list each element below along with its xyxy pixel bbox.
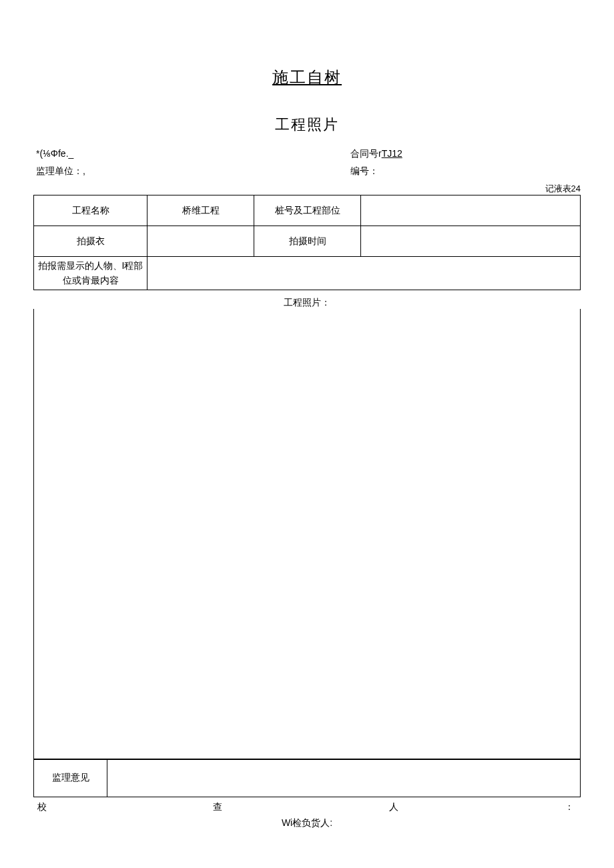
cell-pile-label: 桩号及工程部位 — [254, 195, 361, 226]
photo-box — [33, 309, 581, 759]
table-row: 拍摄衣 拍摄时间 — [34, 226, 581, 257]
cell-shoot-label: 拍摄衣 — [34, 226, 147, 257]
footer-center: Wi检负货人: — [33, 817, 581, 829]
meta-right-1: 合同号rTJ12 — [350, 148, 578, 160]
footer-d: ： — [565, 801, 574, 813]
opinion-label: 监理意见 — [34, 759, 107, 797]
footer-line: 校 查 人 ： — [33, 801, 581, 813]
meta-row-1: *(⅛Φfe._ 合同号rTJ12 — [33, 148, 581, 160]
meta-right-2: 编号： — [350, 165, 578, 177]
table-row: 监理意见 — [34, 759, 581, 797]
contract-value: TJ12 — [382, 148, 402, 159]
table-row: 拍报需显示的人物、I程部位或肯最内容 — [34, 257, 581, 290]
cell-project-name-value: 桥维工程 — [147, 195, 254, 226]
cell-time-label: 拍摄时间 — [254, 226, 361, 257]
footer-b: 查 — [213, 801, 222, 813]
cell-shoot-value — [147, 226, 254, 257]
cell-time-value — [361, 226, 581, 257]
opinion-table: 监理意见 — [33, 759, 581, 797]
meta-left-1: *(⅛Φfe._ — [36, 148, 350, 160]
meta-row-2: 监理单位：, 编号： — [33, 165, 581, 177]
footer-c: 人 — [389, 801, 398, 813]
opinion-value — [107, 759, 581, 797]
cell-content-value — [147, 257, 581, 290]
main-title: 施工自树 — [33, 67, 581, 88]
record-label: 记液表24 — [33, 183, 581, 195]
table-row: 工程名称 桥维工程 桩号及工程部位 — [34, 195, 581, 226]
contract-label: 合同号r — [350, 148, 382, 159]
meta-left-2: 监理单位：, — [36, 165, 350, 177]
photo-label: 工程照片： — [33, 297, 581, 309]
cell-content-label: 拍报需显示的人物、I程部位或肯最内容 — [34, 257, 147, 290]
form-table: 工程名称 桥维工程 桩号及工程部位 拍摄衣 拍摄时间 拍报需显示的人物、I程部位… — [33, 195, 581, 290]
cell-pile-value — [361, 195, 581, 226]
footer-a: 校 — [37, 801, 47, 813]
sub-title: 工程照片 — [33, 115, 581, 135]
cell-project-name-label: 工程名称 — [34, 195, 147, 226]
